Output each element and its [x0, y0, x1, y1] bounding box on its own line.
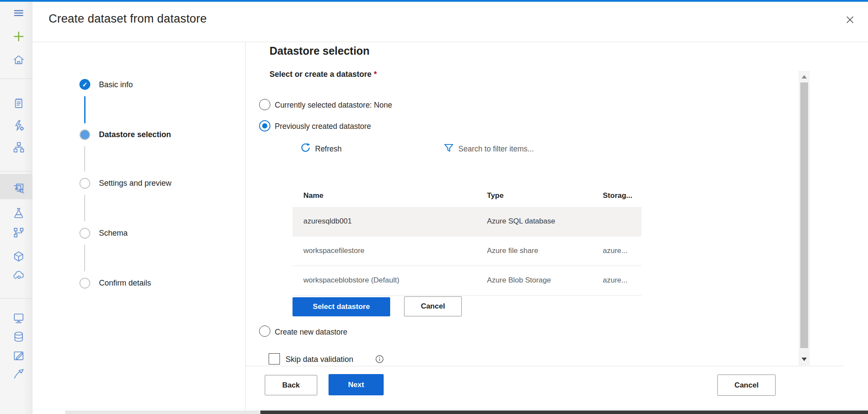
linked-services-icon[interactable] [12, 368, 25, 381]
radio-currently-selected-label[interactable]: Currently selected datastore: None [275, 101, 392, 110]
step-schema-label: Schema [99, 229, 128, 238]
nav-divider [0, 79, 33, 79]
step-schema-dot[interactable] [79, 228, 90, 239]
skip-validation-label[interactable]: Skip data validation [286, 355, 353, 364]
table-header-row: Name Type Storag... [293, 185, 641, 207]
datasets-icon[interactable] [12, 181, 25, 194]
compute-icon[interactable] [12, 312, 25, 325]
required-marker: * [374, 70, 377, 79]
home-icon[interactable] [12, 53, 25, 66]
field-label-text: Select or create a datastore [270, 70, 372, 79]
step-connector [84, 96, 85, 123]
back-button[interactable]: Back [265, 375, 317, 395]
step-confirm-details-label: Confirm details [99, 279, 151, 288]
cell-type: Azure file share [487, 246, 538, 255]
info-icon[interactable] [375, 354, 385, 365]
pipelines-icon[interactable] [12, 226, 25, 239]
search-filter-input[interactable]: Search to filter items... [458, 145, 534, 154]
step-basic-info-dot[interactable] [79, 79, 90, 90]
footer-divider [245, 366, 843, 366]
cell-type: Azure Blob Storage [487, 276, 551, 285]
models-icon[interactable] [12, 250, 25, 263]
cell-storage: azure... [603, 246, 628, 255]
background-page-strip-light [65, 411, 260, 414]
radio-create-new[interactable] [259, 325, 270, 337]
datastores-icon[interactable] [12, 330, 25, 343]
create-dataset-dialog: Create dataset from datastore Basic info… [33, 2, 868, 411]
filter-icon[interactable] [443, 142, 454, 154]
cell-storage: azure... [603, 276, 628, 285]
cell-type: Azure SQL database [487, 217, 555, 226]
step-content-panel: Datastore selection Select or create a d… [246, 42, 799, 365]
step-settings-preview-label: Settings and preview [99, 179, 171, 188]
step-datastore-selection-dot[interactable] [79, 129, 90, 140]
data-labeling-icon[interactable] [12, 349, 25, 362]
close-icon[interactable] [842, 12, 857, 27]
page-title: Datastore selection [270, 45, 370, 57]
designer-icon[interactable] [12, 141, 25, 154]
column-header-name[interactable]: Name [303, 191, 323, 200]
table-row[interactable]: azuresqldb001 Azure SQL database [293, 207, 641, 237]
nav-divider [0, 298, 33, 299]
cell-name: workspacefilestore [303, 246, 365, 255]
scrollbar-down-arrow[interactable] [802, 358, 807, 361]
endpoints-icon[interactable] [12, 269, 25, 282]
refresh-button-label[interactable]: Refresh [315, 145, 342, 154]
radio-previously-created[interactable] [259, 120, 270, 131]
table-row[interactable]: workspaceblobstore (Default) Azure Blob … [293, 266, 641, 296]
dialog-title: Create dataset from datastore [49, 12, 207, 26]
step-connector [84, 146, 85, 171]
step-basic-info-label: Basic info [99, 80, 133, 89]
radio-currently-selected[interactable] [259, 99, 270, 110]
cell-name: workspaceblobstore (Default) [303, 276, 399, 285]
cancel-selection-button[interactable]: Cancel [404, 296, 462, 316]
column-header-storage[interactable]: Storag... [603, 191, 632, 200]
automated-ml-icon[interactable] [12, 119, 25, 132]
scrollbar-up-arrow[interactable] [802, 75, 807, 79]
add-new-icon[interactable] [12, 30, 25, 43]
scrollbar-thumb[interactable] [800, 82, 808, 348]
skip-validation-checkbox[interactable] [269, 353, 280, 365]
scrollbar[interactable] [799, 71, 810, 365]
next-button[interactable]: Next [329, 374, 384, 395]
datastore-table: Name Type Storag... azuresqldb001 Azure … [293, 185, 641, 296]
step-settings-preview-dot[interactable] [79, 178, 90, 189]
dialog-cancel-button[interactable]: Cancel [717, 375, 776, 396]
column-header-type[interactable]: Type [487, 191, 503, 200]
experiments-icon[interactable] [12, 207, 25, 220]
table-row[interactable]: workspacefilestore Azure file share azur… [293, 237, 641, 266]
step-connector [84, 195, 85, 221]
refresh-icon[interactable] [300, 142, 311, 154]
select-datastore-button[interactable]: Select datastore [293, 297, 390, 316]
nav-divider [0, 171, 33, 171]
radio-create-new-label[interactable]: Create new datastore [275, 328, 347, 337]
step-confirm-details-dot[interactable] [79, 278, 90, 289]
notebooks-icon[interactable] [12, 97, 25, 110]
step-connector [84, 245, 85, 271]
step-datastore-selection-label: Datastore selection [99, 130, 171, 139]
hamburger-menu-icon[interactable] [12, 7, 25, 20]
field-label: Select or create a datastore * [270, 70, 377, 79]
radio-previously-created-label[interactable]: Previously created datastore [275, 122, 371, 131]
cell-name: azuresqldb001 [303, 217, 352, 226]
background-page-strip-dark [260, 411, 868, 414]
left-nav-rail [0, 2, 33, 414]
